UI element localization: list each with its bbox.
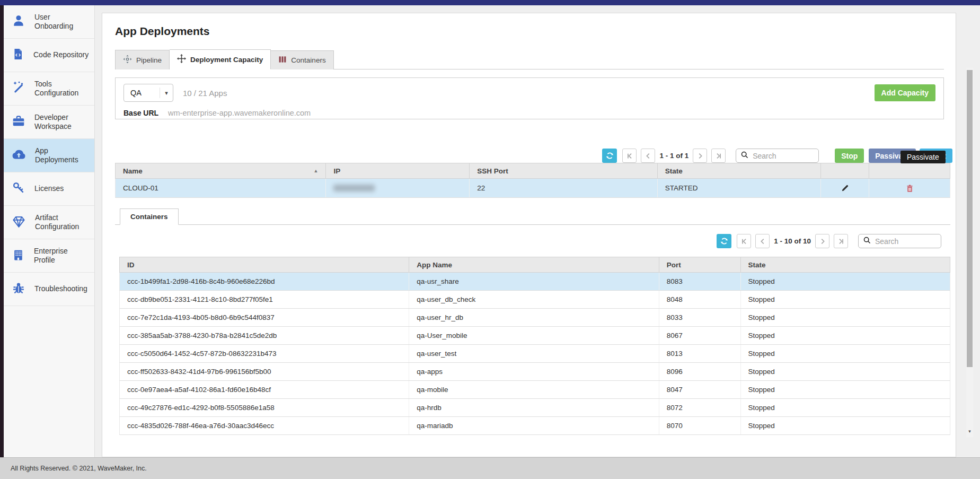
chevron-down-icon: ▾ bbox=[160, 88, 173, 98]
search-input[interactable] bbox=[874, 237, 938, 246]
scrollbar-thumb[interactable] bbox=[967, 70, 973, 367]
page-title: App Deployments bbox=[115, 25, 210, 38]
stop-button[interactable]: Stop bbox=[835, 149, 864, 163]
tab-containers[interactable]: Containers bbox=[271, 50, 333, 69]
column-header-state[interactable]: State bbox=[658, 163, 822, 178]
table-row[interactable]: CLOUD-01 22 STARTED bbox=[115, 179, 950, 198]
sidebar-item-tools-configuration[interactable]: Tools Configuration bbox=[4, 72, 94, 106]
tab-label: Containers bbox=[291, 56, 325, 64]
sidebar-item-label: Licenses bbox=[34, 184, 64, 194]
last-page-button[interactable] bbox=[711, 149, 726, 163]
table-row[interactable]: ccc-4835d026-788f-46ea-a76d-30aac3d46ecc… bbox=[119, 417, 950, 435]
vm-name-cell: CLOUD-01 bbox=[116, 179, 326, 197]
table-row[interactable]: ccc-385aa5ab-3788-4230-b78a-b2841c5de2db… bbox=[119, 327, 950, 345]
passivate-tooltip: Passivate bbox=[900, 151, 946, 163]
container-state-cell: Stopped bbox=[741, 417, 950, 434]
user-icon bbox=[12, 14, 25, 30]
refresh-button[interactable] bbox=[717, 234, 731, 248]
move-arrows-icon bbox=[177, 54, 186, 65]
vm-table-toolbar: 1 - 1 of 1 Stop Passivate Reset bbox=[602, 149, 952, 163]
edit-button[interactable] bbox=[841, 184, 850, 193]
tab-deployment-capacity[interactable]: Deployment Capacity bbox=[170, 49, 271, 69]
containers-search bbox=[858, 234, 941, 248]
container-state-cell: Stopped bbox=[741, 273, 950, 290]
container-port-cell: 8096 bbox=[659, 363, 741, 380]
table-row[interactable]: ccc-0e97aea4-a5af-4102-86a1-fd60e16b48cf… bbox=[119, 381, 950, 399]
containers-table-header: ID App Name Port State bbox=[119, 257, 950, 273]
vertical-scrollbar[interactable]: ▾ bbox=[966, 68, 973, 437]
sort-ascending-icon: ▲ bbox=[314, 168, 319, 173]
last-page-button[interactable] bbox=[834, 234, 848, 248]
add-capacity-button[interactable]: Add Capacity bbox=[875, 84, 935, 101]
container-port-cell: 8033 bbox=[659, 309, 741, 326]
table-row[interactable]: ccc-c5050d64-1452-4c57-872b-08632231b473… bbox=[119, 345, 950, 363]
base-url-label: Base URL bbox=[123, 109, 158, 117]
column-header-port[interactable]: Port bbox=[659, 257, 741, 272]
containers-table: ID App Name Port State ccc-1b499fa1-2d98… bbox=[119, 257, 950, 435]
container-app-name-cell: qa-user_test bbox=[409, 345, 659, 362]
column-header-state[interactable]: State bbox=[741, 257, 950, 272]
column-header-app-name[interactable]: App Name bbox=[409, 257, 659, 272]
container-id-cell: ccc-49c27876-ed1c-4292-b0f8-5505886e1a58 bbox=[120, 399, 409, 416]
environment-selected-value: QA bbox=[124, 89, 160, 97]
container-id-cell: ccc-c5050d64-1452-4c57-872b-08632231b473 bbox=[120, 345, 409, 362]
previous-page-button[interactable] bbox=[641, 149, 655, 163]
container-port-cell: 8047 bbox=[659, 381, 741, 398]
container-app-name-cell: qa-usr_share bbox=[409, 273, 659, 290]
sidebar-item-user-onboarding[interactable]: User Onboarding bbox=[4, 5, 94, 39]
sidebar-item-label: Troubleshooting bbox=[34, 284, 87, 294]
search-input[interactable] bbox=[752, 151, 815, 161]
sidebar-item-enterprise-profile[interactable]: Enterprise Profile bbox=[4, 239, 94, 273]
sidebar-item-licenses[interactable]: Licenses bbox=[4, 172, 94, 206]
vm-ssh-port-cell: 22 bbox=[470, 179, 658, 197]
container-app-name-cell: qa-mariadb bbox=[409, 417, 659, 434]
copyright-text: All Rights Reserved. © 2021, WaveMaker, … bbox=[11, 465, 147, 472]
sidebar-item-label: Enterprise Profile bbox=[34, 247, 90, 265]
table-row[interactable]: ccc-7e72c1da-4193-4b05-b8d0-6b9c544f0837… bbox=[119, 309, 950, 327]
column-header-name[interactable]: Name ▲ bbox=[116, 163, 326, 178]
column-header-edit bbox=[821, 163, 869, 178]
first-page-button[interactable] bbox=[737, 234, 751, 248]
cloud-upload-icon bbox=[12, 147, 26, 164]
scroll-down-arrow-icon[interactable]: ▾ bbox=[966, 428, 973, 435]
container-port-cell: 8048 bbox=[659, 291, 741, 308]
delete-button[interactable] bbox=[905, 184, 914, 193]
sidebar-item-label: App Deployments bbox=[35, 146, 90, 165]
sidebar-item-artifact-configuration[interactable]: Artifact Configuration bbox=[4, 206, 94, 239]
column-header-ip[interactable]: IP bbox=[326, 163, 470, 178]
sidebar-item-label: User Onboarding bbox=[34, 13, 90, 31]
refresh-button[interactable] bbox=[602, 149, 617, 163]
sidebar-item-code-repository[interactable]: Code Repository bbox=[4, 39, 94, 72]
container-app-name-cell: qa-mobile bbox=[409, 381, 659, 398]
next-page-button[interactable] bbox=[693, 149, 707, 163]
pagination-status: 1 - 10 of 10 bbox=[774, 237, 811, 245]
sidebar-item-troubleshooting[interactable]: Troubleshooting bbox=[4, 273, 94, 306]
first-page-button[interactable] bbox=[622, 149, 637, 163]
table-row[interactable]: ccc-ff502633-8432-41d4-97b6-996156bf5b00… bbox=[119, 363, 950, 381]
tab-containers-detail[interactable]: Containers bbox=[120, 208, 179, 225]
table-row[interactable]: ccc-49c27876-ed1c-4292-b0f8-5505886e1a58… bbox=[119, 399, 950, 417]
vm-table: Name ▲ IP SSH Port State CLOUD-01 22 STA… bbox=[115, 163, 950, 198]
table-row[interactable]: ccc-1b499fa1-2d98-416b-8c4b-960e68e226bd… bbox=[119, 273, 950, 291]
vm-state-cell: STARTED bbox=[658, 179, 822, 197]
column-header-ssh-port[interactable]: SSH Port bbox=[470, 163, 658, 178]
column-header-id[interactable]: ID bbox=[120, 257, 409, 272]
redacted-ip bbox=[333, 185, 375, 191]
sidebar-item-app-deployments[interactable]: App Deployments bbox=[4, 139, 94, 172]
vm-ip-cell bbox=[326, 179, 470, 197]
top-navigation-bar bbox=[0, 0, 980, 5]
magic-wand-icon bbox=[12, 81, 25, 97]
pagination-status: 1 - 1 of 1 bbox=[659, 152, 688, 160]
table-row[interactable]: ccc-db9be051-2331-4121-8c10-8bd277f05fe1… bbox=[119, 291, 950, 309]
next-page-button[interactable] bbox=[815, 234, 829, 248]
container-id-cell: ccc-385aa5ab-3788-4230-b78a-b2841c5de2db bbox=[120, 327, 409, 344]
bug-icon bbox=[12, 281, 25, 297]
container-id-cell: ccc-7e72c1da-4193-4b05-b8d0-6b9c544f0837 bbox=[120, 309, 409, 326]
tab-pipeline[interactable]: Pipeline bbox=[115, 50, 170, 69]
previous-page-button[interactable] bbox=[755, 234, 770, 248]
environment-select[interactable]: QA ▾ bbox=[123, 84, 173, 102]
footer: All Rights Reserved. © 2021, WaveMaker, … bbox=[0, 457, 980, 479]
left-edge-strip bbox=[0, 5, 4, 457]
container-port-cell: 8083 bbox=[659, 273, 741, 290]
sidebar-item-developer-workspace[interactable]: Developer Workspace bbox=[4, 106, 94, 139]
